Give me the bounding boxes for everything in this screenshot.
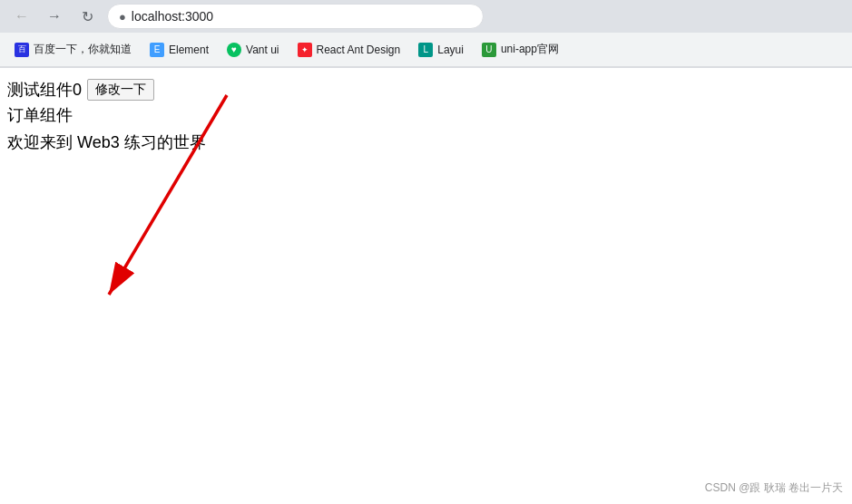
layui-icon: L	[418, 43, 433, 57]
bookmark-uniapp[interactable]: U uni-app官网	[475, 38, 566, 61]
bookmark-layui[interactable]: L Layui	[411, 39, 471, 61]
bookmark-vant[interactable]: ♥ Vant ui	[220, 39, 286, 61]
watermark: CSDN @跟 耿瑞 卷出一片天	[705, 480, 843, 496]
uniapp-icon: U	[482, 43, 496, 57]
layui-label: Layui	[437, 44, 464, 56]
baidu-label: 百度一下，你就知道	[34, 42, 132, 57]
modify-button[interactable]: 修改一下	[87, 79, 154, 101]
ant-label: React Ant Design	[317, 44, 401, 56]
element-icon: E	[150, 43, 164, 57]
first-line: 测试组件0 修改一下	[7, 79, 845, 101]
test-component-text: 测试组件0	[7, 79, 82, 101]
reload-button[interactable]: ↻	[74, 4, 100, 29]
bookmark-element[interactable]: E Element	[142, 39, 216, 61]
order-component-text: 订单组件	[7, 104, 845, 126]
browser-chrome: ← → ↻ ● localhost:3000 百 百度一下，你就知道 E Ele…	[0, 0, 852, 68]
welcome-text: 欢迎来到 Web3 练习的世界	[7, 131, 845, 153]
bookmarks-bar: 百 百度一下，你就知道 E Element ♥ Vant ui ✦ React …	[0, 33, 852, 67]
ant-icon: ✦	[298, 43, 312, 57]
forward-button[interactable]: →	[42, 4, 67, 29]
url-text: localhost:3000	[132, 9, 213, 24]
page-content: 测试组件0 修改一下 订单组件 欢迎来到 Web3 练习的世界 CSDN @跟 …	[0, 68, 852, 504]
vant-label: Vant ui	[246, 44, 279, 56]
baidu-icon: 百	[15, 43, 29, 57]
back-button[interactable]: ←	[9, 4, 34, 29]
vant-icon: ♥	[227, 43, 241, 57]
browser-titlebar: ← → ↻ ● localhost:3000	[0, 0, 852, 33]
address-bar[interactable]: ● localhost:3000	[107, 4, 484, 29]
element-label: Element	[169, 44, 209, 56]
bookmark-baidu[interactable]: 百 百度一下，你就知道	[7, 38, 139, 61]
uniapp-label: uni-app官网	[501, 42, 559, 57]
bookmark-ant[interactable]: ✦ React Ant Design	[290, 39, 408, 61]
lock-icon: ●	[119, 10, 126, 24]
